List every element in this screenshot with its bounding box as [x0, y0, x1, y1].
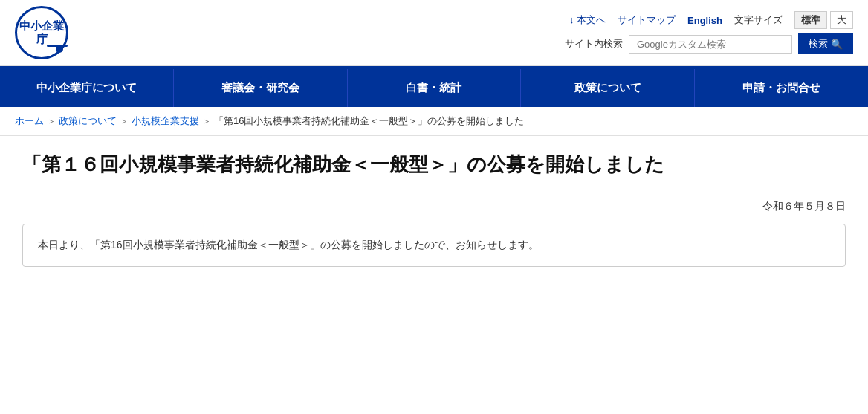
- breadcrumb-home-link[interactable]: ホーム: [15, 114, 44, 128]
- search-icon: 🔍: [831, 39, 843, 50]
- breadcrumb-smallbiz-label: 小規模企業支援: [132, 115, 199, 126]
- search-label: サイト内検索: [565, 37, 623, 51]
- nav-item-about[interactable]: 中小企業庁について: [0, 69, 174, 107]
- nav-item-policy-label: 政策について: [574, 81, 641, 94]
- breadcrumb-sep-1: ＞: [47, 115, 56, 128]
- breadcrumb-sep-3: ＞: [202, 115, 211, 128]
- publication-date: 令和６年５月８日: [762, 200, 846, 212]
- logo-text: 中小企業庁: [17, 19, 66, 46]
- breadcrumb-policy-label: 政策について: [59, 115, 117, 126]
- search-button[interactable]: 検索 🔍: [798, 33, 853, 54]
- search-row: サイト内検索 検索 🔍: [565, 33, 853, 54]
- sitemap-link[interactable]: サイトマップ: [618, 13, 676, 27]
- header: 中小企業庁 ↓ 本文へ サイトマップ English 文字サイズ 標準 大 サイ…: [0, 0, 868, 66]
- font-standard-button[interactable]: 標準: [794, 11, 827, 29]
- notice-box: 本日より、「第16回小規模事業者持続化補助金＜一般型＞」の公募を開始しましたので…: [22, 224, 846, 267]
- notice-text: 本日より、「第16回小規模事業者持続化補助金＜一般型＞」の公募を開始しましたので…: [38, 239, 539, 250]
- logo-area: 中小企業庁: [15, 6, 68, 59]
- nav-item-policy[interactable]: 政策について: [521, 69, 695, 107]
- sitemap-label: サイトマップ: [618, 14, 676, 25]
- nav-item-council[interactable]: 審議会・研究会: [174, 69, 348, 107]
- breadcrumb-smallbiz-link[interactable]: 小規模企業支援: [132, 114, 199, 128]
- nav-item-whitepaper-label: 白書・統計: [406, 81, 461, 94]
- scroll-to-content-link[interactable]: ↓ 本文へ: [569, 13, 606, 27]
- font-large-button[interactable]: 大: [830, 11, 853, 29]
- scroll-to-content-label: ↓ 本文へ: [569, 14, 606, 25]
- search-button-label: 検索: [809, 37, 828, 51]
- breadcrumb-home-label: ホーム: [15, 115, 44, 126]
- header-right: ↓ 本文へ サイトマップ English 文字サイズ 標準 大 サイト内検索 検…: [565, 11, 853, 54]
- english-label: English: [687, 15, 722, 26]
- nav-item-application[interactable]: 申請・お問合せ: [695, 69, 868, 107]
- nav-item-about-label: 中小企業庁について: [36, 81, 137, 94]
- logo-line: [47, 45, 68, 47]
- nav-item-whitepaper[interactable]: 白書・統計: [348, 69, 522, 107]
- date-row: 令和６年５月８日: [22, 200, 846, 213]
- font-size-buttons: 標準 大: [794, 11, 853, 29]
- main-content: 「第１６回小規模事業者持続化補助金＜一般型＞」の公募を開始しました 令和６年５月…: [0, 136, 868, 289]
- nav-item-council-label: 審議会・研究会: [221, 81, 299, 94]
- breadcrumb-policy-link[interactable]: 政策について: [59, 114, 117, 128]
- logo: 中小企業庁: [15, 6, 68, 59]
- breadcrumb: ホーム ＞ 政策について ＞ 小規模企業支援 ＞ 「第16回小規模事業者持続化補…: [0, 107, 868, 136]
- page-title: 「第１６回小規模事業者持続化補助金＜一般型＞」の公募を開始しました: [22, 151, 846, 178]
- breadcrumb-current: 「第16回小規模事業者持続化補助金＜一般型＞」の公募を開始しました: [214, 114, 524, 128]
- nav-item-application-label: 申請・お問合せ: [742, 81, 820, 94]
- english-link[interactable]: English: [687, 15, 722, 26]
- header-top-links: ↓ 本文へ サイトマップ English 文字サイズ 標準 大: [569, 11, 853, 29]
- font-size-label: 文字サイズ: [734, 13, 783, 27]
- search-input[interactable]: [629, 35, 792, 54]
- main-nav: 中小企業庁について 審議会・研究会 白書・統計 政策について 申請・お問合せ: [0, 69, 868, 107]
- breadcrumb-sep-2: ＞: [120, 115, 129, 128]
